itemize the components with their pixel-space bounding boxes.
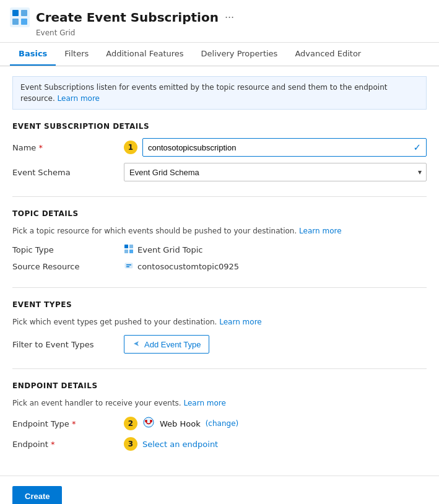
source-resource-icon <box>124 261 134 272</box>
page-title: Create Event Subscription <box>36 10 219 25</box>
name-input[interactable] <box>143 143 413 152</box>
name-step-badge: 1 <box>124 141 137 154</box>
main-content: Event Subscriptions listen for events em… <box>0 66 439 476</box>
endpoint-type-change-link[interactable]: (change) <box>206 419 239 428</box>
endpoint-row: Endpoint * 3 Select an endpoint <box>12 437 427 451</box>
info-banner-learn-more[interactable]: Learn more <box>58 94 100 103</box>
svg-point-12 <box>144 417 154 427</box>
endpoint-details-learn-more[interactable]: Learn more <box>183 399 225 407</box>
svg-rect-11 <box>126 266 129 267</box>
event-types-section: EVENT TYPES Pick which event types get p… <box>12 300 427 354</box>
endpoint-type-row: Endpoint Type * 2 Web Hook (change) <box>12 416 427 431</box>
topic-details-learn-more[interactable]: Learn more <box>299 227 341 235</box>
svg-rect-8 <box>129 250 133 253</box>
name-input-wrapper: ✓ <box>142 138 427 157</box>
tab-additional-features[interactable]: Additional Features <box>97 43 192 66</box>
page-header: Create Event Subscription ··· Event Grid <box>0 0 439 43</box>
endpoint-label: Endpoint * <box>12 440 124 449</box>
endpoint-type-value: Web Hook <box>160 419 201 428</box>
tab-basics[interactable]: Basics <box>10 43 56 66</box>
header-more-button[interactable]: ··· <box>225 12 234 24</box>
page-footer: Create <box>0 476 439 504</box>
event-schema-label: Event Schema <box>12 168 124 177</box>
divider-1 <box>12 196 427 197</box>
tab-filters[interactable]: Filters <box>56 43 97 66</box>
event-subscription-title: EVENT SUBSCRIPTION DETAILS <box>12 122 427 131</box>
source-resource-value: contosocustomtopic0925 <box>124 261 239 272</box>
svg-rect-3 <box>12 19 19 25</box>
svg-point-13 <box>145 420 147 422</box>
tab-delivery-properties[interactable]: Delivery Properties <box>193 43 287 66</box>
webhook-icon <box>142 416 155 431</box>
svg-rect-5 <box>124 245 128 248</box>
source-resource-row: Source Resource contosocustomtopic0925 <box>12 261 427 272</box>
topic-details-title: TOPIC DETAILS <box>12 209 427 218</box>
name-label: Name * <box>12 143 124 152</box>
endpoint-step-badge: 3 <box>124 437 137 451</box>
event-schema-select[interactable]: Event Grid Schema Cloud Event Schema v1.… <box>124 163 427 181</box>
svg-rect-1 <box>12 10 19 16</box>
svg-rect-9 <box>125 263 133 268</box>
tab-advanced-editor[interactable]: Advanced Editor <box>286 43 370 66</box>
event-types-learn-more[interactable]: Learn more <box>219 318 261 326</box>
add-event-type-button[interactable]: Add Event Type <box>124 335 209 354</box>
name-row: Name * 1 ✓ <box>12 138 427 157</box>
header-subtitle: Event Grid <box>36 28 429 37</box>
topic-type-value: Event Grid Topic <box>124 244 203 256</box>
svg-rect-7 <box>124 250 128 253</box>
topic-type-label: Topic Type <box>12 245 124 254</box>
filter-event-types-row: Filter to Event Types Add Event Type <box>12 335 427 354</box>
event-schema-row: Event Schema Event Grid Schema Cloud Eve… <box>12 163 427 181</box>
event-types-title: EVENT TYPES <box>12 300 427 309</box>
svg-rect-6 <box>129 245 133 248</box>
svg-rect-2 <box>21 10 27 16</box>
divider-2 <box>12 287 427 288</box>
endpoint-type-step-badge: 2 <box>124 417 137 430</box>
filter-event-types-label: Filter to Event Types <box>12 340 124 349</box>
endpoint-details-desc: Pick an event handler to receive your ev… <box>12 398 427 409</box>
source-resource-label: Source Resource <box>12 262 124 271</box>
svg-point-14 <box>150 420 152 422</box>
endpoint-type-label: Endpoint Type * <box>12 419 124 428</box>
topic-details-desc: Pick a topic resource for which events s… <box>12 225 427 237</box>
event-grid-icon <box>10 7 30 27</box>
svg-rect-10 <box>126 264 131 266</box>
add-event-type-icon <box>132 339 141 350</box>
name-check-icon: ✓ <box>413 142 426 153</box>
select-endpoint-link[interactable]: Select an endpoint <box>142 440 218 449</box>
event-schema-select-wrapper: Event Grid Schema Cloud Event Schema v1.… <box>124 163 427 181</box>
event-types-desc: Pick which event types get pushed to you… <box>12 316 427 328</box>
create-button[interactable]: Create <box>12 486 62 504</box>
svg-rect-4 <box>21 19 27 25</box>
event-subscription-section: EVENT SUBSCRIPTION DETAILS Name * 1 ✓ Ev… <box>12 122 427 181</box>
endpoint-details-section: ENDPOINT DETAILS Pick an event handler t… <box>12 381 427 451</box>
topic-type-row: Topic Type Event Grid Topic <box>12 244 427 256</box>
divider-3 <box>12 368 427 369</box>
endpoint-details-title: ENDPOINT DETAILS <box>12 381 427 390</box>
info-banner: Event Subscriptions listen for events em… <box>12 76 427 110</box>
tab-bar: Basics Filters Additional Features Deliv… <box>0 43 439 66</box>
topic-type-icon <box>124 244 134 256</box>
topic-details-section: TOPIC DETAILS Pick a topic resource for … <box>12 209 427 272</box>
